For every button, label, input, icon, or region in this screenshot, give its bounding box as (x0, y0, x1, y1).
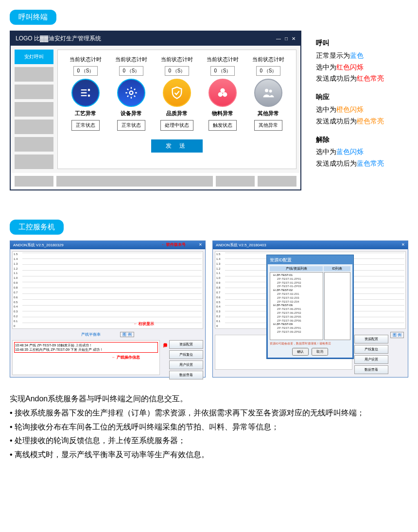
legend-button[interactable]: 图 例 (390, 332, 404, 338)
svg-point-4 (265, 89, 268, 92)
dialog-warning: 资源ID可能会改变，数据库时需谨慎！请检查后 (270, 342, 350, 346)
svg-point-5 (269, 90, 272, 93)
desc-line-0: 实现Andon系统服务器与呼叫终端之间的信息交互。 (10, 392, 408, 406)
svg-point-1 (218, 92, 223, 97)
main-panel: 当前状态计时 0 （S） 工艺异常 正常状态 当前状态计时 0 （S） 设备 (57, 50, 296, 169)
btn-line-reset[interactable]: 产线复位 (169, 350, 203, 359)
id-list[interactable] (324, 272, 350, 340)
section-call-terminal: 呼叫终端 LOGO 比▓▓迪安灯生产管理系统 — □ ✕ 安灯呼叫 (10, 10, 408, 190)
col-id: ID列表 (324, 266, 350, 271)
bottom-btn-4[interactable] (258, 176, 296, 187)
section2-badge: 工控服务机 (10, 220, 64, 235)
chart-area-1: 1.51.41.31.21.11.00.90.80.70.60.50.40.30… (12, 251, 203, 329)
color-legend: 呼叫 正常显示为蓝色 选中为红色闪烁 发送成功后为红色常亮 响应 选中为橙色闪烁… (316, 31, 408, 190)
boxes-icon[interactable] (209, 79, 237, 107)
sidebar: 安灯呼叫 (15, 50, 53, 169)
legend-rel-h: 解除 (316, 134, 408, 146)
svg-point-2 (223, 92, 227, 97)
status-quality[interactable]: 当前状态计时 0 （S） 品质异常 处理中状态 (155, 56, 199, 131)
server-window-2: ANDON系统 V2.5_20180403✕ 1.51.41.31.21.11.… (212, 240, 408, 378)
btn-resource-config[interactable]: 资源配置 (354, 335, 388, 343)
anno-user: 用户操作 (162, 340, 167, 375)
log-line-1: 10:48:34 产线 ZP-TEST-09 10触发开始 上传成功！ (15, 343, 157, 347)
resource-id-dialog: 资源ID配置 产线/资源列表 ID列表 ⊟ ZP-TEST-01ZP-TEST-… (266, 255, 354, 359)
dialog-title: 资源ID配置 (268, 256, 352, 264)
close-icon[interactable]: ✕ (292, 36, 296, 41)
win1-title: ANDON系统 V2.5_20180329 (13, 242, 64, 248)
users-icon[interactable] (254, 79, 282, 107)
sidebar-item-andon-call[interactable]: 安灯呼叫 (15, 50, 53, 64)
status-process[interactable]: 当前状态计时 0 （S） 工艺异常 正常状态 (64, 56, 107, 131)
win2-title: ANDON系统 V2.5_20180403 (216, 242, 266, 248)
section1-badge: 呼叫终端 (10, 10, 56, 25)
desc-line-1: • 接收系统服务器下发的生产排程（订单）需求资源，并依据需求再下发至各资源对应的… (10, 406, 408, 420)
btn-user-settings[interactable]: 用户设置 (169, 360, 203, 369)
log-box: 10:48:34 产线 ZP-TEST-09 10触发开始 上传成功！ 10:4… (12, 340, 160, 375)
btn-data-view[interactable]: 数据查看 (354, 365, 388, 374)
gear-icon[interactable] (117, 79, 145, 107)
svg-point-0 (130, 91, 133, 95)
maximize-icon[interactable]: □ (285, 36, 288, 41)
desc-line-2: • 轮询接收分布在车间各工位的无线呼叫终端采集的节拍、叫料、异常等信息； (10, 420, 408, 434)
balance-label: 产线平衡率 (81, 332, 101, 337)
desc-line-4: • 离线模式时，显示产线平衡率及可动率等生产有效信息。 (10, 448, 408, 462)
sidebar-item-3[interactable] (15, 85, 53, 99)
sidebar-item-2[interactable] (15, 67, 53, 82)
window-controls: — □ ✕ (276, 36, 296, 41)
close-icon[interactable]: ✕ (199, 242, 202, 248)
shield-icon[interactable] (163, 79, 191, 107)
send-button[interactable]: 发 送 (151, 139, 202, 153)
status-equipment[interactable]: 当前状态计时 0 （S） 设备异常 正常状态 (109, 56, 153, 131)
resource-tree[interactable]: ⊟ ZP-TEST-01ZP-TEST-01-ZP01ZP-TEST-01-ZP… (270, 272, 323, 340)
sidebar-item-7[interactable] (15, 154, 53, 169)
anno-ops: ← 产线操作信息 (112, 355, 140, 360)
btn-resource-config[interactable]: 资源配置 (169, 340, 203, 349)
status-type: 工艺异常 (75, 110, 96, 117)
window-title: LOGO 比▓▓迪安灯生产管理系统 (16, 34, 101, 43)
description: 实现Andon系统服务器与呼叫终端之间的信息交互。 • 接收系统服务器下发的生产… (10, 392, 408, 462)
bottom-bar (11, 173, 300, 189)
section-server: 工控服务机 ANDON系统 V2.5_20180329✕ ← 软件版本号 1.5… (10, 220, 408, 462)
timer-value: 0 （S） (73, 66, 97, 76)
side-ops-2: 资源配置 产线复位 用户设置 数据查看 (354, 335, 388, 370)
status-material[interactable]: 当前状态计时 0 （S） 物料异常 触发状态 (201, 56, 244, 131)
side-ops: 资源配置 产线复位 用户设置 数据查看 (169, 340, 203, 375)
anno-version: ← 软件版本号 (161, 242, 186, 247)
col-resource: 产线/资源列表 (270, 266, 323, 271)
btn-data-view[interactable]: 数据查看 (169, 371, 203, 379)
ok-button[interactable]: 确认 (292, 348, 309, 356)
desc-line-3: • 处理接收的轮询反馈信息，并上传至系统服务器； (10, 434, 408, 448)
process-icon[interactable] (71, 79, 100, 107)
sidebar-item-6[interactable] (15, 137, 53, 152)
bottom-btn-1[interactable] (15, 176, 53, 187)
server-window-1: ANDON系统 V2.5_20180329✕ ← 软件版本号 1.51.41.3… (10, 240, 206, 378)
status-other[interactable]: 当前状态计时 0 （S） 其他异常 其他异常 (246, 56, 290, 131)
bottom-btn-2[interactable] (56, 176, 213, 187)
anno-bar: ← 柱状显示 (134, 321, 154, 326)
terminal-window: LOGO 比▓▓迪安灯生产管理系统 — □ ✕ 安灯呼叫 (10, 31, 301, 190)
bottom-btn-3[interactable] (216, 176, 255, 187)
sidebar-item-5[interactable] (15, 120, 53, 134)
sidebar-item-4[interactable] (15, 102, 53, 117)
timer-label: 当前状态计时 (70, 56, 102, 63)
legend-resp-h: 响应 (316, 91, 408, 103)
btn-line-reset[interactable]: 产线复位 (354, 345, 388, 354)
log-line-2: 10:48:35 工控机向产线 ZP-TEST-09 下发 开始生产 成功！ (15, 347, 157, 352)
svg-point-3 (220, 88, 225, 93)
cancel-button[interactable]: 取消 (312, 348, 328, 356)
legend-button[interactable]: 图 例 (120, 332, 134, 337)
btn-user-settings[interactable]: 用户设置 (354, 355, 388, 364)
status-state[interactable]: 正常状态 (71, 120, 100, 131)
minimize-icon[interactable]: — (276, 36, 281, 41)
legend-call-h: 呼叫 (316, 37, 408, 49)
close-icon[interactable]: ✕ (401, 242, 405, 248)
